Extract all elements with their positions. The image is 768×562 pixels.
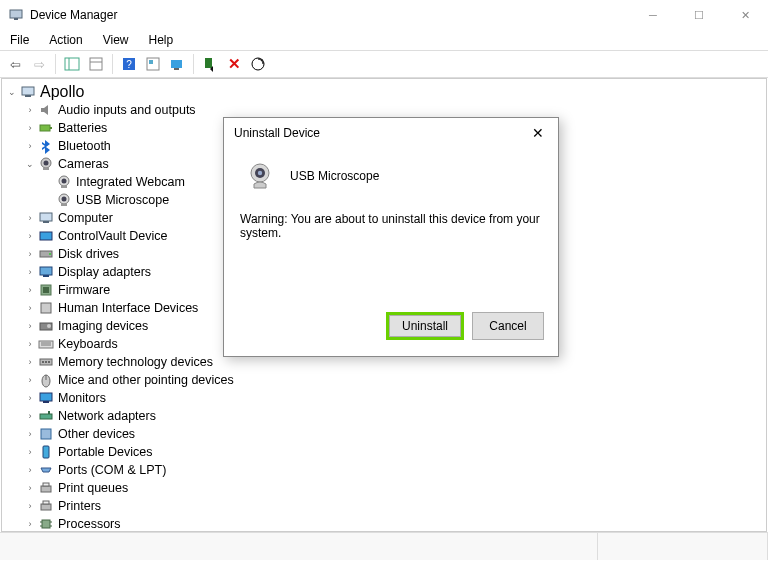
svg-rect-48 — [40, 393, 52, 401]
svg-rect-4 — [90, 58, 102, 70]
chevron-right-icon[interactable]: › — [24, 119, 36, 137]
minimize-button[interactable]: ─ — [630, 0, 676, 30]
close-button[interactable]: ✕ — [722, 0, 768, 30]
tree-item[interactable]: ›Mice and other pointing devices — [24, 371, 766, 389]
tree-item-label: Ports (COM & LPT) — [58, 461, 166, 479]
chevron-right-icon[interactable]: › — [24, 245, 36, 263]
tree-item[interactable]: ›Ports (COM & LPT) — [24, 461, 766, 479]
svg-rect-43 — [42, 361, 44, 363]
chevron-right-icon[interactable]: › — [24, 137, 36, 155]
svg-rect-20 — [43, 168, 49, 170]
tree-item-label: Print queues — [58, 479, 128, 497]
device-icon — [38, 426, 54, 442]
chevron-right-icon[interactable]: › — [24, 317, 36, 335]
menu-view[interactable]: View — [99, 31, 133, 49]
svg-rect-58 — [42, 520, 50, 528]
device-icon — [56, 192, 72, 208]
chevron-right-icon[interactable]: › — [24, 389, 36, 407]
dialog-close-button[interactable]: ✕ — [528, 125, 548, 141]
tree-item[interactable]: ›Monitors — [24, 389, 766, 407]
tree-root[interactable]: ⌄ Apollo — [6, 83, 766, 101]
tree-item[interactable]: ›Printers — [24, 497, 766, 515]
menu-help[interactable]: Help — [145, 31, 178, 49]
device-icon — [38, 336, 54, 352]
back-button[interactable]: ⇦ — [4, 53, 26, 75]
uninstall-button[interactable]: Uninstall — [389, 315, 461, 337]
tree-item[interactable]: ›Network adapters — [24, 407, 766, 425]
tree-item[interactable]: ›Print queues — [24, 479, 766, 497]
tree-item[interactable]: ›Other devices — [24, 425, 766, 443]
chevron-right-icon[interactable]: › — [24, 497, 36, 515]
svg-rect-14 — [22, 87, 34, 95]
chevron-right-icon[interactable]: › — [24, 101, 36, 119]
chevron-right-icon[interactable]: › — [24, 281, 36, 299]
chevron-right-icon[interactable]: › — [24, 515, 36, 532]
device-icon — [38, 156, 54, 172]
svg-rect-54 — [41, 486, 51, 492]
scan-hardware-button[interactable] — [247, 53, 269, 75]
chevron-right-icon[interactable]: › — [24, 335, 36, 353]
maximize-button[interactable]: ☐ — [676, 0, 722, 30]
tree-item-label: Other devices — [58, 425, 135, 443]
chevron-right-icon[interactable]: › — [24, 353, 36, 371]
tree-item-label: Network adapters — [58, 407, 156, 425]
update-driver-button[interactable] — [166, 53, 188, 75]
svg-rect-12 — [205, 58, 212, 68]
svg-rect-51 — [48, 411, 50, 414]
chevron-right-icon[interactable]: › — [24, 299, 36, 317]
svg-rect-53 — [43, 446, 49, 458]
properties-button[interactable] — [85, 53, 107, 75]
dialog-device-row: USB Microscope — [238, 154, 544, 210]
chevron-right-icon[interactable]: › — [24, 479, 36, 497]
uninstall-device-button[interactable]: ✕ — [223, 53, 245, 75]
tree-item-label: Audio inputs and outputs — [58, 101, 196, 119]
chevron-right-icon[interactable]: › — [24, 209, 36, 227]
chevron-down-icon[interactable]: ⌄ — [24, 155, 36, 173]
svg-rect-15 — [25, 95, 31, 97]
tree-item-label: Portable Devices — [58, 443, 153, 461]
dialog-title: Uninstall Device — [234, 126, 320, 140]
tree-item[interactable]: ›Processors — [24, 515, 766, 532]
svg-rect-1 — [14, 18, 18, 20]
cancel-button[interactable]: Cancel — [472, 312, 544, 340]
device-icon — [38, 462, 54, 478]
title-bar: Device Manager ─ ☐ ✕ — [0, 0, 768, 30]
chevron-right-icon[interactable]: › — [24, 425, 36, 443]
svg-rect-44 — [45, 361, 47, 363]
device-icon — [38, 120, 54, 136]
chevron-right-icon[interactable]: › — [24, 443, 36, 461]
show-hide-tree-button[interactable] — [61, 53, 83, 75]
svg-rect-35 — [43, 287, 49, 293]
device-icon — [38, 372, 54, 388]
chevron-right-icon[interactable]: › — [24, 371, 36, 389]
menu-action[interactable]: Action — [45, 31, 86, 49]
enable-device-button[interactable] — [199, 53, 221, 75]
svg-rect-2 — [65, 58, 79, 70]
webcam-icon — [244, 160, 276, 192]
forward-button[interactable]: ⇨ — [28, 53, 50, 75]
tree-root-label: Apollo — [40, 83, 84, 101]
svg-rect-29 — [40, 232, 52, 240]
tree-item-label: Mice and other pointing devices — [58, 371, 234, 389]
device-icon — [38, 264, 54, 280]
svg-rect-10 — [171, 60, 182, 68]
chevron-right-icon[interactable]: › — [24, 461, 36, 479]
chevron-right-icon[interactable]: › — [24, 263, 36, 281]
svg-rect-45 — [48, 361, 50, 363]
action-button[interactable] — [142, 53, 164, 75]
svg-rect-9 — [149, 60, 153, 64]
svg-rect-16 — [40, 125, 50, 131]
chevron-right-icon[interactable]: › — [24, 407, 36, 425]
menu-file[interactable]: File — [6, 31, 33, 49]
tree-item-label: Memory technology devices — [58, 353, 213, 371]
svg-rect-23 — [61, 186, 67, 188]
tree-item[interactable]: ›Portable Devices — [24, 443, 766, 461]
device-icon — [38, 282, 54, 298]
chevron-down-icon[interactable]: ⌄ — [6, 87, 18, 97]
tree-item-label: Human Interface Devices — [58, 299, 198, 317]
help-button[interactable]: ? — [118, 53, 140, 75]
tree-item-label: Imaging devices — [58, 317, 148, 335]
tree-item-label: Monitors — [58, 389, 106, 407]
chevron-right-icon[interactable]: › — [24, 227, 36, 245]
svg-rect-27 — [40, 213, 52, 221]
